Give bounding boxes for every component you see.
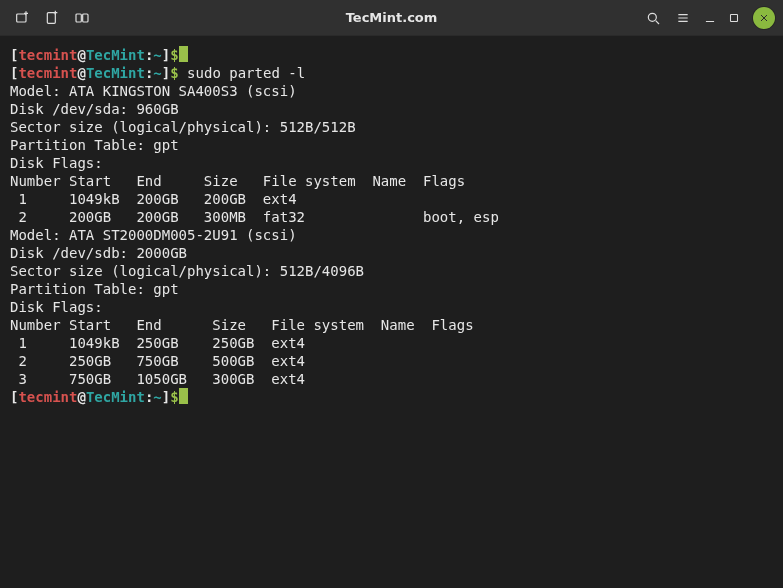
output-line: Partition Table: gpt bbox=[10, 136, 773, 154]
prompt-dollar: $ bbox=[170, 65, 178, 81]
prompt-dollar: $ bbox=[170, 47, 178, 63]
prompt-close: ] bbox=[162, 389, 170, 405]
terminal-content[interactable]: [tecmint@TecMint:~]$[tecmint@TecMint:~]$… bbox=[0, 36, 783, 416]
prompt-at: @ bbox=[77, 65, 85, 81]
new-window-button[interactable] bbox=[38, 4, 66, 32]
partition-row: 3 750GB 1050GB 300GB ext4 bbox=[10, 371, 431, 387]
prompt-at: @ bbox=[77, 389, 85, 405]
prompt-host: TecMint bbox=[86, 65, 145, 81]
partition-row: 1 1049kB 250GB 250GB ext4 bbox=[10, 335, 431, 351]
prompt-close: ] bbox=[162, 65, 170, 81]
search-button[interactable] bbox=[639, 4, 667, 32]
disk-flags-line: Disk Flags: bbox=[10, 155, 103, 171]
output-line: Number Start End Size File system Name F… bbox=[10, 316, 773, 334]
minimize-button[interactable] bbox=[699, 7, 721, 29]
prompt-user: tecmint bbox=[18, 389, 77, 405]
new-tab-button[interactable] bbox=[8, 4, 36, 32]
prompt-host: TecMint bbox=[86, 47, 145, 63]
ptable-line: Partition Table: gpt bbox=[10, 137, 179, 153]
prompt-line: [tecmint@TecMint:~]$ sudo parted -l bbox=[10, 64, 773, 82]
svg-rect-2 bbox=[76, 14, 81, 22]
disk-model: Model: ATA ST2000DM005-2U91 (scsi) bbox=[10, 227, 297, 243]
svg-rect-3 bbox=[83, 14, 88, 22]
ptable-line: Partition Table: gpt bbox=[10, 281, 179, 297]
output-line: Partition Table: gpt bbox=[10, 280, 773, 298]
output-line: Disk Flags: bbox=[10, 154, 773, 172]
partition-header: Number Start End Size File system Name F… bbox=[10, 317, 474, 333]
output-line: Disk Flags: bbox=[10, 298, 773, 316]
command-text: sudo parted -l bbox=[187, 65, 305, 81]
output-line: Disk /dev/sdb: 2000GB bbox=[10, 244, 773, 262]
titlebar-left-group bbox=[8, 4, 96, 32]
sector-line: Sector size (logical/physical): 512B/409… bbox=[10, 263, 364, 279]
output-line: 1 1049kB 250GB 250GB ext4 bbox=[10, 334, 773, 352]
output-line: 3 750GB 1050GB 300GB ext4 bbox=[10, 370, 773, 388]
output-line: Model: ATA KINGSTON SA400S3 (scsi) bbox=[10, 82, 773, 100]
output-line: Model: ATA ST2000DM005-2U91 (scsi) bbox=[10, 226, 773, 244]
titlebar-right-group bbox=[639, 4, 775, 32]
svg-rect-5 bbox=[731, 14, 738, 21]
prompt-path: ~ bbox=[153, 389, 161, 405]
svg-point-4 bbox=[648, 13, 656, 21]
titlebar: TecMint.com bbox=[0, 0, 783, 36]
output-line: 2 250GB 750GB 500GB ext4 bbox=[10, 352, 773, 370]
prompt-path: ~ bbox=[153, 65, 161, 81]
cursor bbox=[179, 388, 188, 404]
disk-model: Model: ATA KINGSTON SA400S3 (scsi) bbox=[10, 83, 297, 99]
partition-row: 2 250GB 750GB 500GB ext4 bbox=[10, 353, 431, 369]
menu-button[interactable] bbox=[669, 4, 697, 32]
prompt-path: ~ bbox=[153, 47, 161, 63]
disk-line: Disk /dev/sdb: 2000GB bbox=[10, 245, 187, 261]
sector-line: Sector size (logical/physical): 512B/512… bbox=[10, 119, 356, 135]
maximize-button[interactable] bbox=[723, 7, 745, 29]
close-button[interactable] bbox=[753, 7, 775, 29]
partition-row: 1 1049kB 200GB 200GB ext4 bbox=[10, 191, 423, 207]
output-line: Number Start End Size File system Name F… bbox=[10, 172, 773, 190]
disk-flags-line: Disk Flags: bbox=[10, 299, 103, 315]
prompt-close: ] bbox=[162, 47, 170, 63]
svg-rect-1 bbox=[47, 12, 55, 23]
output-line: Sector size (logical/physical): 512B/409… bbox=[10, 262, 773, 280]
prompt-dollar: $ bbox=[170, 389, 178, 405]
prompt-user: tecmint bbox=[18, 47, 77, 63]
prompt-at: @ bbox=[77, 47, 85, 63]
output-line: Disk /dev/sda: 960GB bbox=[10, 100, 773, 118]
prompt-host: TecMint bbox=[86, 389, 145, 405]
output-line: 2 200GB 200GB 300MB fat32 boot, esp bbox=[10, 208, 773, 226]
prompt-line: [tecmint@TecMint:~]$ bbox=[10, 46, 773, 64]
split-terminal-button[interactable] bbox=[68, 4, 96, 32]
svg-rect-0 bbox=[17, 14, 26, 22]
partition-header: Number Start End Size File system Name F… bbox=[10, 173, 465, 189]
output-line: 1 1049kB 200GB 200GB ext4 bbox=[10, 190, 773, 208]
prompt-line: [tecmint@TecMint:~]$ bbox=[10, 388, 773, 406]
partition-row: 2 200GB 200GB 300MB fat32 boot, esp bbox=[10, 209, 499, 225]
cursor bbox=[179, 46, 188, 62]
prompt-user: tecmint bbox=[18, 65, 77, 81]
disk-line: Disk /dev/sda: 960GB bbox=[10, 101, 179, 117]
output-line: Sector size (logical/physical): 512B/512… bbox=[10, 118, 773, 136]
space bbox=[179, 65, 187, 81]
